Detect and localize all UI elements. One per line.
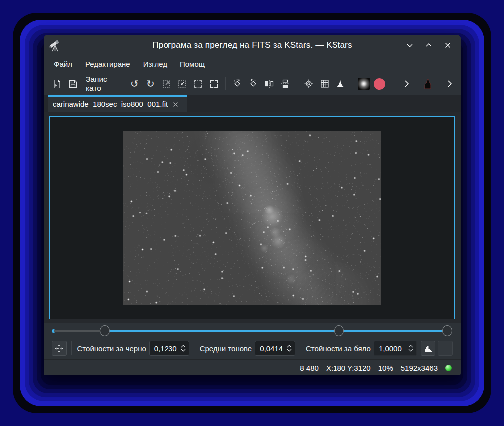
menu-view[interactable]: Изглед [138, 58, 172, 70]
minimize-button[interactable] [404, 39, 416, 51]
red-circle-marker-icon[interactable] [372, 75, 388, 92]
menu-file[interactable]: Файл [49, 58, 77, 70]
flip-vertical-icon[interactable] [277, 75, 293, 92]
white-point-handle[interactable] [442, 325, 452, 336]
tab-close-icon[interactable] [171, 101, 179, 109]
white-point-label: Стойности за бяло [306, 344, 371, 353]
white-point-value: 1,0000 [379, 344, 402, 353]
redo-icon[interactable]: ↻ [142, 75, 158, 92]
fits-view[interactable] [49, 116, 455, 319]
star-profile-icon[interactable] [356, 75, 372, 92]
grid-icon[interactable] [317, 75, 333, 92]
fits-image-canvas[interactable] [123, 131, 381, 305]
toolbar-separator [352, 77, 352, 90]
blank-button[interactable] [438, 341, 453, 356]
status-resolution: 5192x3463 [401, 364, 438, 372]
black-point-handle[interactable] [100, 325, 110, 336]
status-led-indicator [445, 365, 452, 371]
black-point-spinbox[interactable]: 0,1230 [149, 341, 189, 356]
zoom-out-icon[interactable] [174, 75, 190, 92]
desktop: Програма за преглед на FITS за KStars. —… [0, 0, 504, 426]
gaussian-icon[interactable] [333, 75, 348, 92]
midtones-value: 0,0414 [260, 344, 283, 353]
center-crosshair-icon[interactable] [301, 75, 317, 92]
tabbar: carinawide_180sec_iso800_001.fit [44, 95, 461, 112]
black-point-label: Стойности за черно [77, 344, 146, 353]
statusbar: 8 480 X:180 Y:3120 10% 5192x3463 [44, 359, 461, 376]
rotate-left-icon[interactable] [245, 75, 261, 92]
midtones-label: Средни тонове [200, 344, 252, 353]
undo-icon[interactable]: ↺ [126, 75, 142, 92]
toolbar: Запис като ↺ ↻ [44, 72, 461, 95]
toggle-histogram-button[interactable] [421, 341, 436, 356]
black-point-value: 0,1230 [154, 344, 177, 353]
fits-viewer-window: Програма за преглед на FITS за KStars. —… [44, 35, 461, 375]
document-export-icon[interactable] [49, 75, 65, 92]
maximize-button[interactable] [423, 39, 435, 51]
spinbox-arrows[interactable] [287, 345, 292, 352]
toolbar-separator [297, 77, 297, 90]
spinbox-arrows[interactable] [408, 345, 413, 352]
slider-track[interactable] [54, 330, 105, 332]
zoom-in-icon[interactable] [158, 75, 174, 92]
midtones-handle[interactable] [334, 325, 344, 336]
midtones-spinbox[interactable]: 0,0414 [255, 341, 295, 356]
kstars-telescope-icon [48, 38, 63, 53]
close-button[interactable] [442, 39, 454, 51]
tab-fits-file[interactable]: carinawide_180sec_iso800_001.fit [48, 95, 187, 112]
spinbox-arrows[interactable] [181, 345, 186, 352]
menu-help[interactable]: Помощ [175, 58, 210, 70]
white-point-spinbox[interactable]: 1,0000 [374, 341, 417, 356]
status-zoom-level: 10% [378, 364, 393, 372]
stretch-slider[interactable] [44, 323, 461, 337]
menubar: Файл Редактиране Изглед Помощ [44, 56, 461, 72]
save-icon[interactable] [65, 75, 81, 92]
titlebar[interactable]: Програма за преглед на FITS за KStars. —… [44, 35, 461, 56]
rotate-right-icon[interactable] [229, 75, 245, 92]
toolbar-separator [225, 77, 226, 90]
chevron-right-icon[interactable] [399, 75, 415, 92]
histogram-dark-icon[interactable] [420, 75, 436, 92]
save-as-button[interactable]: Запис като [81, 75, 126, 92]
flip-horizontal-icon[interactable] [261, 75, 277, 92]
pan-mode-button[interactable] [52, 341, 67, 356]
stretch-controls: Стойности за черно 0,1230 Средни тонове … [44, 337, 461, 359]
menu-edit[interactable]: Редактиране [80, 58, 135, 70]
zoom-actual-size-icon[interactable] [206, 75, 222, 92]
tab-label: carinawide_180sec_iso800_001.fit [53, 100, 168, 109]
zoom-fit-page-icon[interactable] [190, 75, 206, 92]
window-title: Програма за преглед на FITS за KStars. —… [44, 40, 461, 50]
chevron-right-icon[interactable] [442, 75, 458, 92]
status-value: 8 480 [300, 364, 319, 372]
status-cursor-position: X:180 Y:3120 [326, 364, 371, 372]
slider-track-active[interactable] [105, 330, 448, 332]
viewer-area [44, 112, 461, 323]
